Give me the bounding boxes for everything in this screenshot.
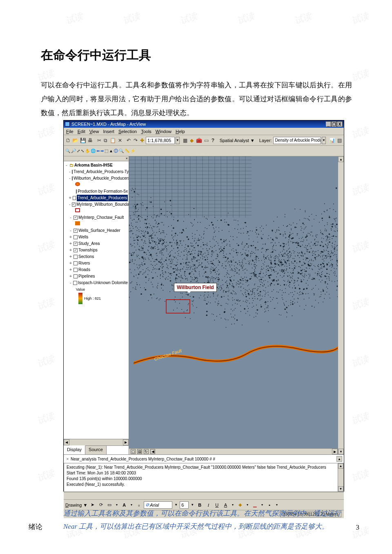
- scroll-right-icon[interactable]: ▶: [123, 439, 129, 445]
- toc-item[interactable]: +Trend_Arbuckle_Producers: [64, 195, 129, 201]
- data-view-icon[interactable]: ▢: [131, 449, 136, 454]
- select-elements-icon[interactable]: ▲: [109, 149, 113, 153]
- paste-icon[interactable]: 📋: [109, 137, 116, 144]
- new-icon[interactable]: 🗋: [65, 137, 71, 144]
- svg-point-1226: [259, 273, 261, 274]
- zoom-in-icon[interactable]: 🔍: [65, 149, 70, 153]
- msg-scroll-up-icon[interactable]: ▲: [338, 463, 343, 469]
- arctoolbox-icon[interactable]: 🧰: [196, 137, 203, 144]
- scroll-right-map-icon[interactable]: ▶: [332, 449, 338, 454]
- menu-window[interactable]: Window: [156, 129, 172, 134]
- msg-scroll-down-icon[interactable]: ▼: [338, 486, 343, 492]
- svg-point-2531: [312, 253, 313, 254]
- svg-point-1641: [240, 252, 241, 253]
- measure-icon[interactable]: 📏: [125, 149, 129, 153]
- toc-item[interactable]: +✓Study_Area: [64, 240, 129, 247]
- titlebar[interactable]: SCREEN~1.MXD - ArcMap - ArcView _ ❐ X: [64, 120, 344, 128]
- full-extent-icon[interactable]: 🌐: [91, 149, 96, 153]
- toc-item[interactable]: +Pipelines: [64, 273, 129, 280]
- editor-icon[interactable]: ▦: [183, 137, 188, 144]
- print-icon[interactable]: 🖶: [87, 137, 93, 144]
- toc-item[interactable]: -✓Wells_Surface_Header: [64, 227, 129, 234]
- drawing-menu[interactable]: Drawing ▼: [65, 503, 87, 507]
- refresh-icon[interactable]: ↻: [144, 449, 149, 454]
- menu-selection[interactable]: Selection: [118, 129, 137, 134]
- command-line-bar[interactable]: × Near_analysis Trend_Arbuckle_Producers…: [64, 454, 344, 463]
- copy-icon[interactable]: ⧉: [103, 137, 109, 144]
- toc-tabs[interactable]: Display Source: [64, 445, 129, 454]
- toc-item[interactable]: -Isopach-Unknown Dolomite: [64, 280, 129, 286]
- toc-tab-source[interactable]: Source: [85, 446, 107, 454]
- scroll-up-icon[interactable]: ▲: [338, 156, 344, 162]
- toc-root[interactable]: -🗀 Arkoma Basin-IHSE: [64, 162, 129, 169]
- close-button[interactable]: X: [337, 121, 343, 127]
- histogram-icon[interactable]: 📊: [329, 137, 336, 144]
- cmd-close-icon[interactable]: ×: [65, 457, 70, 461]
- command-line-icon[interactable]: ▭: [203, 137, 209, 144]
- identify-icon[interactable]: ⓘ: [114, 148, 118, 154]
- add-data-icon[interactable]: ✚: [139, 137, 145, 144]
- pause-draw-icon[interactable]: ◀: [150, 449, 155, 454]
- minimize-button[interactable]: _: [325, 121, 331, 127]
- message-vscroll[interactable]: ▲ ▼: [338, 463, 343, 492]
- delete-icon[interactable]: ✕: [117, 137, 123, 144]
- menubar[interactable]: File Edit View Insert Selection Tools Wi…: [64, 128, 344, 135]
- undo-icon[interactable]: ↶: [126, 137, 131, 144]
- menu-tools[interactable]: Tools: [141, 129, 151, 134]
- command-input-text[interactable]: Near_analysis Trend_Arbuckle_Producers M…: [71, 457, 215, 461]
- layer-select[interactable]: Density of Arbuckle Producers: [273, 137, 321, 144]
- svg-point-342: [140, 287, 141, 288]
- scroll-down-icon[interactable]: ▼: [338, 449, 344, 454]
- map-hscroll[interactable]: ▢ ▤ ↻ ◀ ▶: [129, 448, 338, 454]
- layout-view-icon[interactable]: ▤: [137, 449, 142, 454]
- menu-insert[interactable]: Insert: [103, 129, 114, 134]
- maximize-button[interactable]: ❐: [331, 121, 337, 127]
- toc-item[interactable]: -✓MyInterp_Choctaw_Fault: [64, 214, 129, 221]
- pan-icon[interactable]: ✋: [85, 149, 90, 153]
- menu-edit[interactable]: Edit: [78, 129, 85, 134]
- toc-item[interactable]: +Wells: [64, 234, 129, 240]
- raster-calc-icon[interactable]: ▤: [336, 137, 342, 144]
- toc-tab-display[interactable]: Display: [64, 445, 85, 454]
- fixed-zoom-out-icon[interactable]: ⤡: [81, 149, 84, 153]
- toc-item[interactable]: -✓MyInterp_Willburton_Boundary: [64, 201, 129, 208]
- layer-dropdown-icon[interactable]: ▼: [322, 137, 326, 144]
- menu-help[interactable]: Help: [176, 129, 185, 134]
- arccatalog-icon[interactable]: ◆: [189, 137, 195, 144]
- menu-view[interactable]: View: [89, 129, 99, 134]
- toc-item[interactable]: +Rivers: [64, 260, 129, 267]
- fixed-zoom-in-icon[interactable]: ⤢: [77, 149, 80, 153]
- redo-icon[interactable]: ↷: [133, 137, 138, 144]
- cmd-history-icon[interactable]: ▲: [336, 456, 342, 462]
- toc-hscroll[interactable]: ◀ ▶: [64, 439, 129, 445]
- map-vscroll[interactable]: ▲ ▼: [338, 156, 344, 454]
- toc-item[interactable]: +✓Townships: [64, 247, 129, 254]
- svg-point-295: [298, 245, 300, 246]
- toc-item[interactable]: -Trend_Arbuckle_Producers-Typ: [64, 169, 129, 175]
- zoom-out-icon[interactable]: 🔎: [71, 149, 76, 153]
- scroll-left-icon[interactable]: ◀: [64, 439, 69, 445]
- select-features-icon[interactable]: ⬚: [105, 149, 108, 153]
- forward-extent-icon[interactable]: ➡: [100, 149, 104, 153]
- spatial-analyst-label[interactable]: Spatial Analyst ▼: [219, 138, 256, 143]
- open-icon[interactable]: 📂: [72, 137, 79, 144]
- scale-dropdown-icon[interactable]: ▼: [176, 137, 180, 144]
- svg-point-660: [152, 248, 153, 249]
- toc-close-icon[interactable]: ×: [64, 156, 129, 161]
- svg-point-279: [154, 261, 155, 262]
- save-icon[interactable]: 💾: [80, 137, 87, 144]
- find-icon[interactable]: 🔍: [119, 149, 124, 153]
- back-extent-icon[interactable]: ⬅: [96, 149, 100, 153]
- menu-file[interactable]: File: [66, 129, 74, 134]
- toc-item[interactable]: +Sections: [64, 254, 129, 260]
- help-icon[interactable]: ?: [210, 137, 216, 144]
- hyperlink-icon[interactable]: ⚡: [130, 149, 135, 153]
- toc-tree[interactable]: -🗀 Arkoma Basin-IHSE -Trend_Arbuckle_Pro…: [64, 161, 129, 439]
- cut-icon[interactable]: ✂: [96, 137, 102, 144]
- toc-item[interactable]: Production by Formation-5x: [64, 188, 129, 195]
- toc-item[interactable]: -Wilburton_Arbuckle_Producers: [64, 175, 129, 182]
- scale-input[interactable]: 1:1,678,805: [146, 137, 175, 144]
- svg-point-2002: [207, 297, 208, 298]
- toc-item[interactable]: +Roads: [64, 267, 129, 273]
- map-view[interactable]: Choctaw Fault Willburton Field ▲ ▼ ▢ ▤ ↻…: [129, 156, 344, 454]
